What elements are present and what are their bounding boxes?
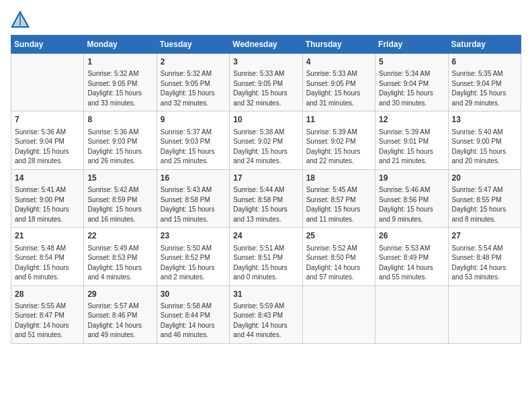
- calendar-week-row: 1Sunrise: 5:32 AMSunset: 9:05 PMDaylight…: [11, 54, 521, 111]
- header-sunday: Sunday: [11, 36, 84, 54]
- day-info: Sunrise: 5:53 AM: [379, 244, 444, 254]
- day-info: Sunset: 8:53 PM: [87, 253, 152, 263]
- day-info: Daylight: 14 hours: [161, 321, 226, 331]
- calendar-cell: 18Sunrise: 5:45 AMSunset: 8:57 PMDayligh…: [302, 169, 375, 227]
- calendar-cell: [448, 285, 521, 343]
- day-info: Sunrise: 5:35 AM: [452, 69, 517, 79]
- day-info: and 55 minutes.: [379, 273, 444, 283]
- day-info: Sunrise: 5:57 AM: [87, 302, 152, 312]
- day-number: 15: [87, 173, 152, 184]
- day-info: Sunset: 8:56 PM: [379, 195, 444, 205]
- calendar-cell: 21Sunrise: 5:48 AMSunset: 8:54 PMDayligh…: [11, 228, 84, 285]
- day-info: Sunrise: 5:36 AM: [15, 128, 80, 138]
- calendar-cell: 26Sunrise: 5:53 AMSunset: 8:49 PMDayligh…: [375, 228, 448, 285]
- calendar-cell: 10Sunrise: 5:38 AMSunset: 9:02 PMDayligh…: [230, 111, 302, 169]
- header-wednesday: Wednesday: [230, 36, 302, 54]
- day-info: Daylight: 14 hours: [87, 321, 152, 331]
- day-info: and 26 minutes.: [87, 156, 152, 167]
- calendar-cell: [375, 285, 448, 343]
- day-info: Daylight: 15 hours: [87, 147, 152, 157]
- day-info: and 6 minutes.: [15, 273, 80, 283]
- calendar-cell: 28Sunrise: 5:55 AMSunset: 8:47 PMDayligh…: [11, 285, 84, 343]
- day-info: Sunset: 8:55 PM: [452, 195, 517, 205]
- calendar-cell: 19Sunrise: 5:46 AMSunset: 8:56 PMDayligh…: [375, 169, 448, 227]
- header-thursday: Thursday: [302, 36, 375, 54]
- day-info: Sunrise: 5:50 AM: [161, 244, 226, 254]
- day-info: Daylight: 15 hours: [379, 89, 444, 99]
- calendar-cell: 23Sunrise: 5:50 AMSunset: 8:52 PMDayligh…: [157, 228, 229, 285]
- day-number: 14: [15, 173, 80, 184]
- day-info: and 2 minutes.: [161, 273, 226, 283]
- calendar-cell: 13Sunrise: 5:40 AMSunset: 9:00 PMDayligh…: [448, 111, 521, 169]
- day-info: Daylight: 14 hours: [306, 263, 371, 273]
- calendar-cell: 3Sunrise: 5:33 AMSunset: 9:05 PMDaylight…: [230, 54, 302, 111]
- day-info: Daylight: 15 hours: [233, 89, 298, 99]
- day-info: Sunrise: 5:32 AM: [87, 69, 152, 79]
- day-info: Sunset: 8:59 PM: [87, 195, 152, 205]
- day-number: 2: [161, 56, 226, 68]
- day-number: 18: [306, 173, 371, 184]
- day-info: Sunset: 9:00 PM: [15, 195, 80, 205]
- day-number: 23: [161, 230, 226, 242]
- calendar-cell: 9Sunrise: 5:37 AMSunset: 9:03 PMDaylight…: [157, 111, 229, 169]
- header-saturday: Saturday: [448, 36, 521, 54]
- day-number: 1: [87, 56, 152, 68]
- day-info: Sunset: 8:48 PM: [452, 253, 517, 263]
- day-info: Sunset: 9:04 PM: [379, 79, 444, 89]
- day-info: Sunrise: 5:43 AM: [161, 185, 226, 195]
- day-info: Daylight: 15 hours: [87, 205, 152, 215]
- day-number: 30: [161, 289, 226, 300]
- day-info: Sunset: 8:51 PM: [233, 253, 298, 263]
- calendar-cell: 20Sunrise: 5:47 AMSunset: 8:55 PMDayligh…: [448, 169, 521, 227]
- day-info: Sunrise: 5:51 AM: [233, 244, 298, 254]
- day-number: 6: [452, 56, 517, 68]
- day-info: and 18 minutes.: [15, 215, 80, 225]
- calendar-cell: 16Sunrise: 5:43 AMSunset: 8:58 PMDayligh…: [157, 169, 229, 227]
- calendar-cell: 27Sunrise: 5:54 AMSunset: 8:48 PMDayligh…: [448, 228, 521, 285]
- day-info: and 21 minutes.: [379, 156, 444, 167]
- day-info: Sunset: 8:47 PM: [15, 311, 80, 321]
- day-info: Sunset: 9:05 PM: [161, 79, 226, 89]
- day-info: Sunset: 9:02 PM: [233, 137, 298, 147]
- day-info: Sunrise: 5:32 AM: [161, 69, 226, 79]
- day-info: Daylight: 15 hours: [15, 205, 80, 215]
- day-info: Daylight: 15 hours: [233, 147, 298, 157]
- day-info: Sunset: 9:02 PM: [306, 137, 371, 147]
- day-info: Sunrise: 5:58 AM: [161, 302, 226, 312]
- calendar-cell: 30Sunrise: 5:58 AMSunset: 8:44 PMDayligh…: [157, 285, 229, 343]
- header-monday: Monday: [84, 36, 157, 54]
- calendar-table: SundayMondayTuesdayWednesdayThursdayFrid…: [11, 35, 521, 344]
- day-number: 11: [306, 114, 371, 126]
- day-info: Sunset: 9:03 PM: [161, 137, 226, 147]
- day-info: Sunset: 9:05 PM: [233, 79, 298, 89]
- day-info: Sunrise: 5:33 AM: [233, 69, 298, 79]
- day-number: 24: [233, 230, 298, 242]
- day-info: Sunset: 8:52 PM: [161, 253, 226, 263]
- day-number: 25: [306, 230, 371, 242]
- day-info: Daylight: 15 hours: [87, 89, 152, 99]
- day-info: Sunrise: 5:47 AM: [452, 185, 517, 195]
- day-info: and 28 minutes.: [15, 156, 80, 167]
- day-info: and 30 minutes.: [379, 99, 444, 109]
- day-info: Sunrise: 5:41 AM: [15, 185, 80, 195]
- day-info: Sunset: 9:05 PM: [87, 79, 152, 89]
- day-number: 7: [15, 114, 80, 126]
- day-info: Daylight: 15 hours: [379, 147, 444, 157]
- day-info: and 16 minutes.: [87, 215, 152, 225]
- day-info: Sunrise: 5:37 AM: [161, 128, 226, 138]
- day-info: and 0 minutes.: [233, 273, 298, 283]
- calendar-cell: 31Sunrise: 5:59 AMSunset: 8:43 PMDayligh…: [230, 285, 302, 343]
- day-info: Sunrise: 5:48 AM: [15, 244, 80, 254]
- day-info: Sunset: 9:05 PM: [306, 79, 371, 89]
- day-info: and 53 minutes.: [452, 273, 517, 283]
- calendar-cell: 12Sunrise: 5:39 AMSunset: 9:01 PMDayligh…: [375, 111, 448, 169]
- calendar-cell: 29Sunrise: 5:57 AMSunset: 8:46 PMDayligh…: [84, 285, 157, 343]
- day-info: Sunrise: 5:55 AM: [15, 302, 80, 312]
- header-friday: Friday: [375, 36, 448, 54]
- calendar-cell: 4Sunrise: 5:33 AMSunset: 9:05 PMDaylight…: [302, 54, 375, 111]
- day-number: 12: [379, 114, 444, 126]
- day-number: 5: [379, 56, 444, 68]
- logo: [11, 11, 32, 30]
- day-info: Daylight: 14 hours: [15, 321, 80, 331]
- calendar-week-row: 7Sunrise: 5:36 AMSunset: 9:04 PMDaylight…: [11, 111, 521, 169]
